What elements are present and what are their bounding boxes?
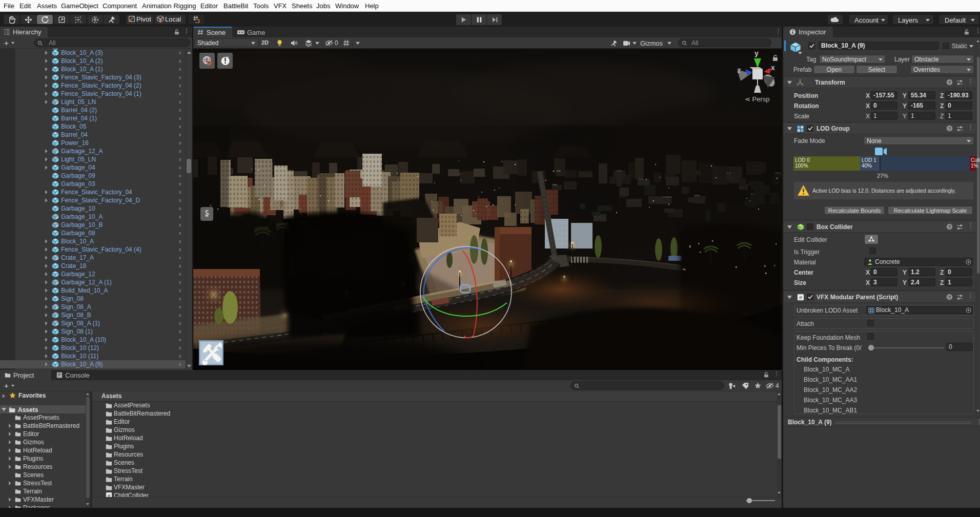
svg-text:x: x: [771, 64, 775, 72]
svg-text:⋖ Persp: ⋖ Persp: [745, 95, 769, 103]
svg-text:?: ?: [948, 126, 951, 131]
svg-text:#: #: [799, 295, 802, 300]
svg-text:z: z: [738, 66, 741, 74]
svg-text:?: ?: [948, 295, 951, 300]
svg-text:?: ?: [948, 80, 951, 85]
svg-text:y: y: [754, 49, 759, 57]
svg-text:?: ?: [948, 224, 951, 230]
